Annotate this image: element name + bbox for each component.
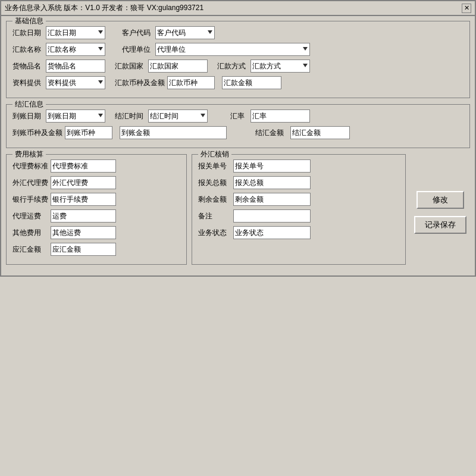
status-row: 业务状态 [198, 226, 399, 239]
fee-row-5: 应汇金额 [12, 243, 180, 256]
fee-legend: 费用核算 [12, 149, 46, 159]
select-data-provide[interactable]: 资料提供 [46, 76, 105, 89]
forex-row-1: 报关总额 [198, 176, 399, 189]
fee-label-5: 应汇金额 [12, 245, 48, 255]
label-arrival-date: 到账日期 [12, 111, 43, 121]
input-exchange-rate[interactable] [250, 109, 310, 123]
input-arrival-amount[interactable] [120, 126, 227, 139]
label-exchange-rate: 汇率 [230, 111, 248, 121]
basic-row-1: 汇款日期 汇款日期 客户代码 客户代码 [12, 26, 464, 39]
bottom-sections: 费用核算 代理费标准 外汇代理费 银行手续费 代理运费 其他费用 应汇金额 外汇… [6, 154, 470, 271]
fee-label-4: 其他费用 [12, 228, 48, 238]
label-remit-date: 汇款日期 [12, 28, 43, 38]
label-customer-code: 客户代码 [122, 28, 153, 38]
forex-label-3: 备注 [198, 211, 231, 221]
settlement-info-section: 结汇信息 到账日期 到账日期 结汇时间 结汇时间 汇率 到账币种及金额 结汇金额 [6, 104, 470, 148]
fee-input-0[interactable] [51, 159, 116, 173]
settlement-row-1: 到账日期 到账日期 结汇时间 结汇时间 汇率 [12, 109, 464, 123]
forex-row-2: 剩余金额 [198, 193, 399, 206]
close-button[interactable]: ✕ [462, 4, 471, 13]
label-remit-currency: 汇款币种及金额 [115, 78, 165, 88]
select-arrival-date[interactable]: 到账日期 [46, 109, 105, 123]
basic-row-3: 货物品名 汇款国家 汇款方式 汇款方式 [12, 60, 464, 73]
label-remit-country: 汇款国家 [115, 61, 146, 71]
forex-label-1: 报关总额 [198, 178, 231, 188]
forex-input-2[interactable] [233, 193, 311, 206]
fee-input-2[interactable] [51, 193, 116, 206]
settlement-info-legend: 结汇信息 [12, 99, 46, 109]
input-goods-name[interactable] [46, 60, 105, 73]
input-settle-amount[interactable] [290, 126, 350, 139]
fee-row-1: 外汇代理费 [12, 176, 180, 189]
fee-label-1: 外汇代理费 [12, 178, 48, 188]
fee-row-4: 其他费用 [12, 226, 180, 239]
select-remit-method[interactable]: 汇款方式 [250, 60, 310, 73]
input-arrival-currency[interactable] [65, 126, 112, 139]
main-window: 基础信息 汇款日期 汇款日期 客户代码 客户代码 汇款名称 汇款名称 代理单位 … [0, 15, 476, 277]
fee-row-3: 代理运费 [12, 209, 180, 223]
basic-info-legend: 基础信息 [12, 16, 46, 26]
save-button[interactable]: 记录保存 [414, 216, 466, 234]
forex-input-3[interactable] [233, 209, 311, 223]
title-bar: 业务信息录入系统 版本：V1.0 开发者：狼哥 VX:gulang993721 … [0, 0, 476, 15]
basic-info-section: 基础信息 汇款日期 汇款日期 客户代码 客户代码 汇款名称 汇款名称 代理单位 … [6, 21, 470, 98]
fee-label-2: 银行手续费 [12, 195, 48, 205]
label-remit-name: 汇款名称 [12, 45, 43, 55]
label-settle-time: 结汇时间 [115, 111, 146, 121]
input-remit-country[interactable] [148, 60, 208, 73]
label-business-status: 业务状态 [198, 228, 231, 238]
label-data-provide: 资料提供 [12, 78, 43, 88]
label-goods-name: 货物品名 [12, 61, 43, 71]
select-agency-unit[interactable]: 代理单位 [155, 43, 310, 56]
settlement-row-2: 到账币种及金额 结汇金额 [12, 126, 464, 139]
fee-row-2: 银行手续费 [12, 193, 180, 206]
forex-label-2: 剩余金额 [198, 195, 231, 205]
forex-row-0: 报关单号 [198, 159, 399, 173]
select-remit-date[interactable]: 汇款日期 [46, 26, 105, 39]
select-customer-code[interactable]: 客户代码 [155, 26, 215, 39]
basic-row-2: 汇款名称 汇款名称 代理单位 代理单位 [12, 43, 464, 56]
fee-label-3: 代理运费 [12, 211, 48, 221]
fee-input-3[interactable] [51, 209, 116, 223]
label-settle-amount: 结汇金额 [255, 128, 288, 138]
forex-row-3: 备注 [198, 209, 399, 223]
fee-input-1[interactable] [51, 176, 116, 189]
fee-row-0: 代理费标准 [12, 159, 180, 173]
button-section: 修改 记录保存 [411, 154, 470, 271]
label-remit-method: 汇款方式 [217, 61, 248, 71]
input-business-status[interactable] [233, 226, 311, 239]
label-arrival-currency: 到账币种及金额 [12, 128, 62, 138]
close-icon: ✕ [464, 4, 469, 12]
fee-input-4[interactable] [51, 226, 116, 239]
forex-input-0[interactable] [233, 159, 311, 173]
select-settle-time[interactable]: 结汇时间 [148, 109, 208, 123]
forex-label-0: 报关单号 [198, 161, 231, 171]
forex-input-1[interactable] [233, 176, 311, 189]
modify-button[interactable]: 修改 [416, 191, 464, 209]
fee-section: 费用核算 代理费标准 外汇代理费 银行手续费 代理运费 其他费用 应汇金额 [6, 154, 187, 265]
title-text: 业务信息录入系统 版本：V1.0 开发者：狼哥 VX:gulang993721 [5, 3, 203, 13]
input-remit-amount[interactable] [222, 76, 281, 89]
forex-legend: 外汇核销 [198, 149, 231, 159]
select-remit-name[interactable]: 汇款名称 [46, 43, 105, 56]
fee-label-0: 代理费标准 [12, 161, 48, 171]
input-remit-currency[interactable] [167, 76, 215, 89]
label-agency-unit: 代理单位 [122, 45, 153, 55]
fee-input-5[interactable] [51, 243, 116, 256]
basic-row-4: 资料提供 资料提供 汇款币种及金额 [12, 76, 464, 89]
forex-section: 外汇核销 报关单号 报关总额 剩余金额 备注 业务状态 [192, 154, 406, 265]
